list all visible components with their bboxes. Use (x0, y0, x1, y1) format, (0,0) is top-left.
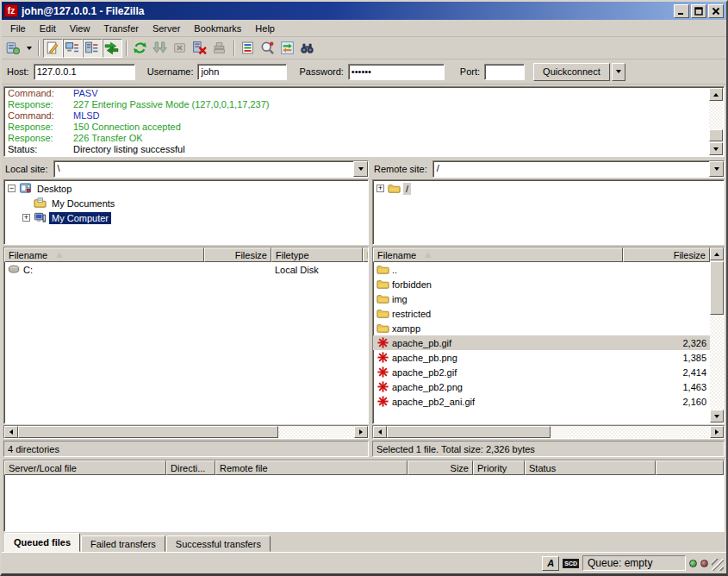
toggle-message-log-button[interactable] (43, 39, 63, 58)
cancel-operation-button[interactable] (171, 39, 190, 58)
column-header-label: Filetype (276, 250, 309, 260)
remote-vertical-scrollbar[interactable] (710, 247, 724, 423)
file-row[interactable]: restricted (373, 306, 710, 321)
queue-column-header-serverlocalfile[interactable]: Server/Local file (4, 460, 166, 475)
column-header-filename[interactable]: Filename (373, 247, 623, 262)
file-row[interactable]: apache_pb2_ani.gif2,160 (373, 394, 710, 409)
file-row[interactable]: apache_pb.gif2,326 (373, 335, 710, 350)
remote-site-combobox[interactable]: / (432, 160, 725, 178)
file-row[interactable]: img (373, 291, 710, 306)
local-horizontal-scrollbar[interactable] (3, 425, 369, 439)
tree-item[interactable]: +/ (375, 181, 722, 196)
speedlimit-badge[interactable]: SCD (563, 559, 579, 568)
close-button[interactable] (708, 4, 724, 18)
scroll-right-button[interactable] (354, 426, 368, 438)
expand-icon[interactable]: + (22, 214, 30, 222)
tree-item[interactable]: My Documents (6, 196, 366, 210)
scrollbar-thumb[interactable] (387, 426, 551, 438)
quickconnect-dropdown-button[interactable] (612, 63, 625, 81)
file-row[interactable]: xampp (373, 321, 710, 335)
remote-horizontal-scrollbar[interactable] (372, 425, 725, 439)
toggle-transfer-queue-button[interactable] (103, 39, 122, 58)
local-site-combobox[interactable]: \ (53, 160, 369, 178)
tree-item-label[interactable]: My Computer (49, 212, 111, 224)
menu-item-help[interactable]: Help (248, 22, 282, 35)
scroll-up-button[interactable] (709, 88, 723, 101)
queue-column-header-priority[interactable]: Priority (473, 460, 525, 475)
queue-column-header-directi[interactable]: Directi... (166, 460, 215, 475)
synchronized-browsing-button[interactable] (278, 39, 298, 58)
expand-icon[interactable]: + (376, 185, 384, 192)
scroll-up-button[interactable] (710, 247, 724, 260)
refresh-button[interactable] (131, 39, 151, 58)
file-row[interactable]: apache_pb2.png1,463 (373, 379, 710, 394)
find-files-button[interactable] (298, 39, 318, 58)
menu-item-view[interactable]: View (63, 22, 97, 35)
process-queue-button[interactable] (151, 39, 171, 58)
tree-item-label[interactable]: Desktop (34, 183, 74, 195)
reconnect-button[interactable] (210, 39, 230, 58)
column-header-filename[interactable]: Filename (4, 247, 204, 262)
password-input[interactable] (348, 64, 445, 80)
menu-item-bookmarks[interactable]: Bookmarks (187, 22, 248, 35)
data-type-indicator-button[interactable]: A (542, 556, 559, 571)
menu-item-server[interactable]: Server (146, 22, 187, 35)
file-row[interactable]: apache_pb.png1,385 (373, 350, 710, 365)
scrollbar-thumb[interactable] (710, 261, 724, 315)
scrollbar-thumb[interactable] (709, 129, 723, 141)
scrollbar-thumb[interactable] (18, 426, 278, 438)
minimize-button[interactable] (674, 4, 689, 18)
scroll-down-button[interactable] (710, 410, 724, 423)
site-manager-dropdown-button[interactable] (23, 39, 34, 58)
scroll-left-button[interactable] (4, 426, 18, 438)
arrow-right-icon (715, 429, 719, 435)
queue-column-header-size[interactable]: Size (408, 460, 473, 475)
disconnect-button[interactable] (190, 39, 210, 58)
quickconnect-button[interactable]: Quickconnect (533, 63, 610, 81)
tree-item-label[interactable]: / (403, 183, 411, 195)
file-row[interactable]: .. (373, 262, 710, 277)
directory-comparison-button[interactable] (258, 39, 278, 58)
folder-icon (376, 278, 389, 291)
message-log-scrollbar[interactable] (709, 88, 723, 155)
tab-failed-transfers[interactable]: Failed transfers (81, 535, 165, 552)
port-input[interactable] (484, 64, 525, 80)
tab-queued-files[interactable]: Queued files (4, 533, 80, 552)
file-cell-text: 1,463 (682, 382, 706, 392)
maximize-button[interactable] (691, 4, 706, 18)
log-text: 226 Transfer OK (73, 133, 143, 143)
column-header-filetype[interactable]: Filetype (271, 247, 363, 262)
resize-grip[interactable] (712, 559, 724, 571)
local-site-label: Local site: (3, 164, 53, 174)
column-header-filesize[interactable]: Filesize (204, 247, 271, 262)
queue-column-header-remotefile[interactable]: Remote file (215, 460, 408, 475)
toggle-remote-tree-button[interactable] (83, 39, 103, 58)
tree-item[interactable]: +My Computer (6, 210, 366, 225)
scroll-left-button[interactable] (373, 426, 387, 438)
queue-column-header-status[interactable]: Status (525, 460, 656, 475)
username-input[interactable] (197, 64, 287, 80)
menu-item-file[interactable]: File (3, 22, 33, 35)
remote-site-dropdown-button[interactable] (709, 161, 724, 177)
menu-item-edit[interactable]: Edit (33, 22, 63, 35)
toggle-local-tree-button[interactable] (63, 39, 83, 58)
column-header-filesize[interactable]: Filesize (623, 247, 710, 262)
menu-item-transfer[interactable]: Transfer (96, 22, 146, 35)
host-input[interactable] (34, 64, 135, 80)
tree-item-label[interactable]: My Documents (49, 197, 117, 210)
scroll-down-button[interactable] (709, 142, 723, 155)
local-site-path[interactable]: \ (54, 161, 353, 177)
tree-item[interactable]: −Desktop (6, 181, 366, 196)
tab-successful-transfers[interactable]: Successful transfers (166, 535, 271, 552)
local-site-dropdown-button[interactable] (353, 161, 368, 177)
remote-status-bar: Selected 1 file. Total size: 2,326 bytes (372, 441, 725, 457)
file-row[interactable]: forbidden (373, 277, 710, 291)
collapse-icon[interactable]: − (8, 185, 16, 192)
directory-listing-filters-button[interactable] (239, 39, 258, 58)
column-header-l[interactable]: L (363, 247, 369, 262)
file-row[interactable]: C:Local Disk (4, 262, 368, 277)
scroll-right-button[interactable] (710, 426, 724, 438)
remote-site-path[interactable]: / (433, 161, 709, 177)
site-manager-button[interactable] (3, 39, 23, 58)
file-row[interactable]: apache_pb2.gif2,414 (373, 365, 710, 379)
